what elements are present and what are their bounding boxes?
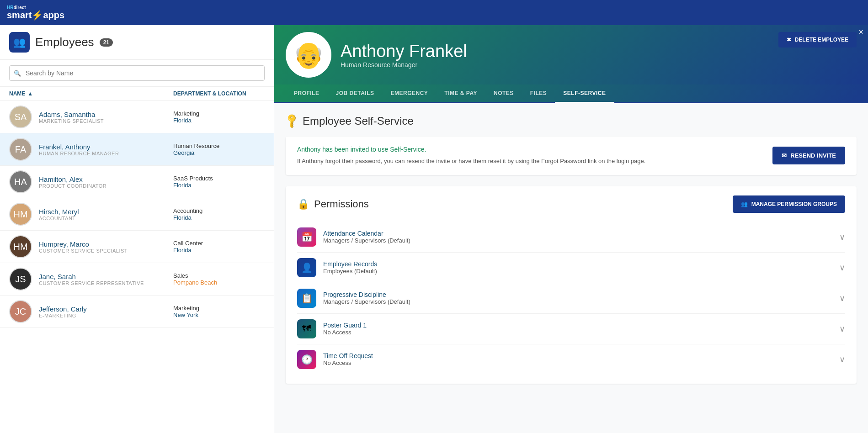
permission-icon-discipline: 📋 [297, 289, 316, 308]
tab-time-pay[interactable]: TIME & PAY [436, 84, 485, 103]
employees-title: Employees [35, 35, 94, 49]
employee-avatar: HM [9, 203, 32, 226]
employee-department: Marketing [173, 305, 265, 312]
permission-name: Poster Guard 1 [323, 322, 839, 329]
delete-employee-button[interactable]: ✖ DELETE EMPLOYEE [778, 32, 857, 48]
permission-item: 👤 Employee Records Employees (Default) ∨ [297, 253, 845, 283]
tab-notes[interactable]: NOTES [485, 84, 522, 103]
permission-expand-chevron[interactable]: ∨ [839, 293, 845, 303]
smart-apps-label: smart⚡apps [7, 10, 64, 20]
permission-icon-poster: 🗺 [297, 319, 316, 338]
employee-detail-role: Human Resource Manager [341, 61, 857, 69]
employee-row[interactable]: JS Jane, Sarah CUSTOMER SERVICE REPRESEN… [0, 263, 274, 296]
employee-count-badge: 21 [100, 38, 113, 47]
employee-row[interactable]: SA Adams, Samantha MARKETING SPECIALIST … [0, 101, 274, 133]
permission-expand-chevron[interactable]: ∨ [839, 324, 845, 334]
employee-row[interactable]: HM Humprey, Marco CUSTOMER SERVICE SPECI… [0, 231, 274, 263]
employee-avatar: SA [9, 106, 32, 128]
employee-avatar: FA [9, 138, 32, 161]
employee-job-title: CUSTOMER SERVICE REPRESENTATIVE [39, 280, 173, 286]
employee-row[interactable]: HA Hamilton, Alex PRODUCT COORDINATOR Sa… [0, 166, 274, 198]
employee-dept-location: Human Resource Georgia [173, 143, 265, 156]
permission-name: Progressive Discipline [323, 291, 839, 298]
self-service-section-title: 🔑 Employee Self-Service [286, 115, 857, 127]
main-layout: 👥 Employees 21 NAME ▲ DEPARTMENT & LOCAT… [0, 25, 868, 433]
employee-avatar: HA [9, 170, 32, 193]
permission-item: 📅 Attendance Calendar Managers / Supervi… [297, 222, 845, 253]
employee-list: SA Adams, Samantha MARKETING SPECIALIST … [0, 101, 274, 433]
employee-job-title: E-MARKETING [39, 313, 173, 318]
permission-level: Managers / Supervisors (Default) [323, 298, 839, 305]
top-header: HRdirect smart⚡apps [0, 0, 868, 25]
sort-icon: ▲ [27, 90, 33, 97]
sidebar-header: 👥 Employees 21 [0, 25, 274, 60]
permission-level: No Access [323, 329, 839, 336]
permissions-section: 🔒 Permissions 👥 MANAGE PERMISSION GROUPS… [286, 186, 857, 384]
employee-name: Hirsch, Meryl [39, 208, 173, 216]
col-name-header[interactable]: NAME ▲ [9, 90, 173, 97]
logo-area: HRdirect smart⚡apps [7, 5, 64, 20]
employee-department: Human Resource [173, 143, 265, 149]
invite-desc: If Anthony forgot their password, you ca… [297, 157, 763, 166]
close-button[interactable]: × [858, 27, 863, 37]
employee-dept-location: Call Center Florida [173, 240, 265, 253]
employee-dept-location: Accounting Florida [173, 207, 265, 221]
employee-location: Florida [173, 247, 265, 253]
employee-name: Humprey, Marco [39, 240, 173, 248]
permission-item: 🗺 Poster Guard 1 No Access ∨ [297, 314, 845, 344]
nav-tabs: PROFILEJOB DETAILSEMERGENCYTIME & PAYNOT… [274, 84, 868, 103]
employee-job-title: HUMAN RESOURCE MANAGER [39, 151, 173, 156]
employee-info: Hirsch, Meryl ACCOUNTANT [39, 208, 173, 221]
tab-self-service[interactable]: SELF-SERVICE [555, 84, 614, 103]
search-input[interactable] [9, 65, 265, 81]
employee-info: Adams, Samantha MARKETING SPECIALIST [39, 111, 173, 124]
content-area: 🔑 Employee Self-Service Anthony has been… [274, 103, 868, 433]
permissions-header: 🔒 Permissions 👥 MANAGE PERMISSION GROUPS [297, 195, 845, 213]
invite-status: Anthony has been invited to use Self-Ser… [297, 146, 763, 153]
employee-avatar: HM [9, 235, 32, 258]
tab-emergency[interactable]: EMERGENCY [382, 84, 436, 103]
permission-icon-records: 👤 [297, 258, 316, 277]
employee-name: Jefferson, Carly [39, 305, 173, 313]
permission-info: Progressive Discipline Managers / Superv… [323, 291, 839, 305]
employee-location: Florida [173, 214, 265, 221]
employee-info: Humprey, Marco CUSTOMER SERVICE SPECIALI… [39, 240, 173, 253]
permission-level: Managers / Supervisors (Default) [323, 237, 839, 244]
employee-department: Accounting [173, 207, 265, 214]
permission-expand-chevron[interactable]: ∨ [839, 232, 845, 242]
employee-row[interactable]: FA Frankel, Anthony HUMAN RESOURCE MANAG… [0, 133, 274, 166]
employee-department: Marketing [173, 110, 265, 117]
permission-icon-timeoff: 🕐 [297, 350, 316, 369]
permission-name: Attendance Calendar [323, 230, 839, 237]
employee-name: Jane, Sarah [39, 273, 173, 280]
delete-icon: ✖ [787, 37, 791, 43]
manage-permission-groups-button[interactable]: 👥 MANAGE PERMISSION GROUPS [733, 195, 845, 213]
employee-name: Adams, Samantha [39, 111, 173, 118]
col-dept-header: DEPARTMENT & LOCATION [173, 90, 265, 97]
search-bar [0, 60, 274, 87]
groups-icon: 👥 [741, 201, 748, 207]
permission-expand-chevron[interactable]: ∨ [839, 263, 845, 273]
key-icon: 🔑 [283, 112, 300, 129]
employee-department: Sales [173, 272, 265, 279]
employee-location: Florida [173, 182, 265, 189]
employee-info: Jane, Sarah CUSTOMER SERVICE REPRESENTAT… [39, 273, 173, 286]
employee-row[interactable]: HM Hirsch, Meryl ACCOUNTANT Accounting F… [0, 198, 274, 231]
permission-level: No Access [323, 359, 839, 366]
tab-profile[interactable]: PROFILE [286, 84, 328, 103]
tab-files[interactable]: FILES [522, 84, 555, 103]
employee-name: Frankel, Anthony [39, 143, 173, 151]
lock-icon: 🔒 [297, 198, 309, 210]
sidebar: 👥 Employees 21 NAME ▲ DEPARTMENT & LOCAT… [0, 25, 274, 433]
resend-invite-button[interactable]: ✉ RESEND INVITE [772, 147, 845, 164]
employee-location: Pompano Beach [173, 279, 265, 286]
permissions-list: 📅 Attendance Calendar Managers / Supervi… [297, 222, 845, 375]
tab-job-details[interactable]: JOB DETAILS [328, 84, 383, 103]
permission-expand-chevron[interactable]: ∨ [839, 354, 845, 364]
permission-name: Employee Records [323, 260, 839, 268]
permission-item: 📋 Progressive Discipline Managers / Supe… [297, 283, 845, 314]
invite-text: Anthony has been invited to use Self-Ser… [297, 146, 763, 166]
employee-dept-location: Marketing New York [173, 305, 265, 318]
hr-direct-label: HRdirect [7, 5, 64, 10]
employee-row[interactable]: JC Jefferson, Carly E-MARKETING Marketin… [0, 296, 274, 328]
